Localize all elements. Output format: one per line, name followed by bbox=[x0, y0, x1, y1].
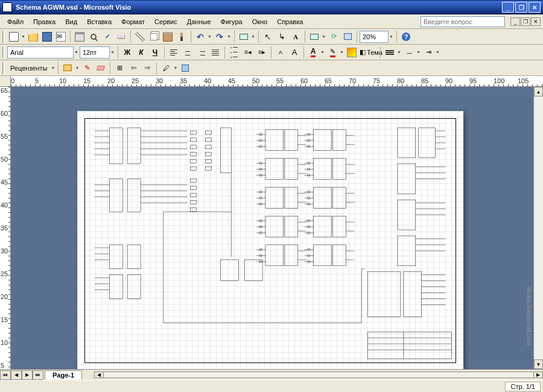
theme-button[interactable]: ◧Тема bbox=[364, 46, 378, 59]
reviewers-dropdown[interactable]: ▼ bbox=[51, 66, 56, 70]
new-button[interactable] bbox=[7, 30, 21, 43]
cut-button[interactable] bbox=[133, 30, 147, 43]
paste-button[interactable] bbox=[161, 30, 174, 43]
reviewers-button[interactable]: Рецензенты bbox=[7, 62, 50, 75]
font-dropdown[interactable]: ▼ bbox=[74, 50, 79, 54]
undo-dropdown[interactable]: ▼ bbox=[208, 34, 212, 39]
vertical-ruler[interactable]: 65605550454035302520151050 bbox=[0, 87, 11, 369]
line-color-button[interactable]: ✎ bbox=[326, 46, 339, 59]
prev-page-button[interactable]: ◀ bbox=[11, 370, 22, 380]
ink-button[interactable]: 🖊 bbox=[159, 62, 173, 75]
format-painter-button[interactable] bbox=[175, 30, 188, 43]
first-page-button[interactable]: ⏮ bbox=[0, 370, 11, 380]
reviewing-pane-button[interactable] bbox=[179, 62, 192, 75]
ink-dropdown[interactable]: ▼ bbox=[173, 66, 178, 70]
horizontal-ruler[interactable]: 0510152025303540455055606570758085909510… bbox=[0, 76, 543, 87]
menu-window[interactable]: Окно bbox=[247, 16, 273, 27]
line-color-dropdown[interactable]: ▼ bbox=[340, 50, 345, 54]
line-weight-dropdown[interactable]: ▼ bbox=[397, 50, 402, 54]
ink-tool-button[interactable]: ✎ bbox=[80, 62, 94, 75]
align-center-button[interactable] bbox=[181, 46, 194, 59]
shapes-panel-button[interactable] bbox=[237, 30, 250, 43]
align-justify-button[interactable] bbox=[209, 46, 222, 59]
font-size-combo[interactable] bbox=[80, 46, 110, 58]
close-button[interactable]: ✕ bbox=[529, 2, 541, 13]
scroll-left-button[interactable]: ◀ bbox=[94, 371, 104, 378]
line-ends-dropdown[interactable]: ▼ bbox=[436, 50, 440, 54]
font-color-button[interactable]: A bbox=[306, 46, 320, 59]
eraser-button[interactable] bbox=[94, 62, 107, 75]
toolbar-handle[interactable] bbox=[2, 31, 5, 43]
doc-close-button[interactable]: ✕ bbox=[531, 17, 541, 26]
track-markup-button[interactable]: ⊞ bbox=[113, 62, 126, 75]
schematic-drawing[interactable] bbox=[84, 118, 456, 363]
scroll-right-button[interactable]: ▶ bbox=[533, 371, 543, 378]
menu-help[interactable]: Справка bbox=[272, 16, 308, 27]
maximize-button[interactable]: ❐ bbox=[515, 2, 527, 13]
zoom-dropdown[interactable]: ▼ bbox=[389, 34, 394, 39]
menu-insert[interactable]: Вставка bbox=[82, 16, 116, 27]
open-button[interactable] bbox=[27, 30, 40, 43]
next-page-button[interactable]: ▶ bbox=[22, 370, 33, 380]
new-comment-button[interactable] bbox=[61, 62, 74, 75]
minimize-button[interactable]: _ bbox=[502, 2, 514, 13]
menu-edit[interactable]: Правка bbox=[28, 16, 60, 27]
zoom-combo[interactable] bbox=[360, 31, 389, 43]
decrease-font-button[interactable]: A bbox=[274, 46, 287, 59]
bold-button[interactable]: Ж bbox=[121, 46, 134, 59]
shapes-dropdown[interactable]: ▼ bbox=[251, 34, 256, 39]
pointer-tool-button[interactable]: ↖ bbox=[261, 30, 275, 43]
bullets-button[interactable] bbox=[227, 46, 241, 59]
menu-format[interactable]: Формат bbox=[116, 16, 150, 27]
doc-minimize-button[interactable]: _ bbox=[510, 17, 520, 26]
line-ends-button[interactable]: ⇥ bbox=[422, 46, 435, 59]
line-weight-button[interactable] bbox=[383, 46, 396, 59]
menu-view[interactable]: Вид bbox=[60, 16, 82, 27]
size-dropdown[interactable]: ▼ bbox=[110, 50, 115, 54]
copy-button[interactable] bbox=[147, 30, 160, 43]
rectangle-tool-button[interactable] bbox=[308, 30, 321, 43]
menu-data[interactable]: Данные bbox=[182, 16, 216, 27]
text-tool-button[interactable]: A bbox=[289, 30, 302, 43]
fullscreen-button[interactable] bbox=[341, 30, 354, 43]
scroll-up-button[interactable]: ▲ bbox=[534, 87, 543, 96]
help-search-input[interactable] bbox=[421, 16, 505, 27]
mail-button[interactable]: ✉ bbox=[54, 30, 68, 43]
undo-button[interactable]: ↶ bbox=[194, 30, 207, 43]
connector-tool-button[interactable]: ↳ bbox=[275, 30, 288, 43]
previous-markup-button[interactable]: ⇦ bbox=[127, 62, 140, 75]
scroll-down-button[interactable]: ▼ bbox=[534, 359, 543, 369]
menu-tools[interactable]: Сервис bbox=[150, 16, 182, 27]
doc-restore-button[interactable]: ❐ bbox=[521, 17, 530, 26]
align-right-button[interactable] bbox=[195, 46, 208, 59]
print-preview-button[interactable] bbox=[87, 30, 100, 43]
line-pattern-dropdown[interactable]: ▼ bbox=[416, 50, 421, 54]
save-button[interactable] bbox=[40, 30, 54, 43]
scroll-track[interactable] bbox=[104, 371, 533, 378]
align-left-button[interactable] bbox=[167, 46, 180, 59]
decrease-indent-button[interactable]: ≡◂ bbox=[241, 46, 255, 59]
font-combo[interactable] bbox=[7, 46, 74, 58]
fill-color-button[interactable] bbox=[345, 46, 358, 59]
scroll-track[interactable] bbox=[534, 96, 543, 359]
toolbar-handle[interactable] bbox=[2, 46, 5, 58]
new-dropdown[interactable]: ▼ bbox=[21, 34, 26, 39]
drawing-page[interactable] bbox=[77, 111, 463, 369]
italic-button[interactable]: К bbox=[135, 46, 148, 59]
line-pattern-button[interactable]: --- bbox=[402, 46, 416, 59]
ruler-corner[interactable] bbox=[0, 76, 11, 87]
drawing-canvas[interactable]: nkram.livejournal.com bbox=[11, 87, 533, 369]
increase-indent-button[interactable]: ≡▸ bbox=[255, 46, 268, 59]
next-markup-button[interactable]: ⇨ bbox=[141, 62, 154, 75]
page-tab[interactable]: Page-1 bbox=[45, 370, 82, 379]
redo-button[interactable]: ↷ bbox=[213, 30, 226, 43]
vertical-scrollbar[interactable]: ▲ ▼ bbox=[533, 87, 543, 369]
rotate-button[interactable]: ⟳ bbox=[327, 30, 340, 43]
last-page-button[interactable]: ⏭ bbox=[33, 370, 43, 380]
underline-button[interactable]: Ч bbox=[148, 46, 162, 59]
print-button[interactable] bbox=[73, 30, 86, 43]
comment-dropdown[interactable]: ▼ bbox=[75, 66, 80, 70]
rect-dropdown[interactable]: ▼ bbox=[322, 34, 326, 39]
menu-shape[interactable]: Фигура bbox=[216, 16, 247, 27]
menu-file[interactable]: Файл bbox=[2, 16, 28, 27]
